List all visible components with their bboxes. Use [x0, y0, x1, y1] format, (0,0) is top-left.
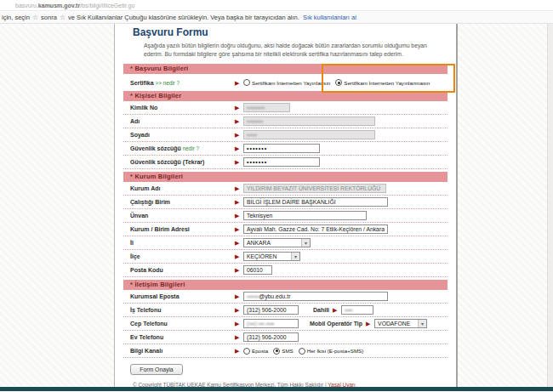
required-arrow-icon: ▶ — [235, 226, 243, 232]
posta-kodu-label: Posta Kodu — [130, 267, 235, 273]
guvenlik-label-text: Güvenlik sözcüğü — [130, 145, 181, 151]
guvenlik-password-input[interactable]: ••••••• — [243, 144, 320, 153]
bottom-accent-bar — [0, 387, 553, 391]
il-select-value: ANKARA — [247, 240, 271, 246]
adi-value: •••••••• — [247, 118, 263, 124]
is-telefonu-input[interactable]: (312) 906-2000 — [243, 305, 299, 315]
star-icon: ☆ — [60, 14, 66, 21]
ev-telefonu-label: Ev Telefonu — [130, 334, 235, 340]
eposta-label: Kurumsal Eposta — [130, 293, 235, 299]
guvenlik-nedir-link[interactable]: nedir ? — [183, 145, 199, 151]
form-row-kimlik-no: Kimlik No ▶ ••••••••• — [123, 101, 448, 115]
required-arrow-icon: ▶ — [235, 80, 243, 86]
adi-input: •••••••• — [243, 116, 375, 126]
required-arrow-icon: ▶ — [235, 105, 243, 111]
form-row-soyadi: Soyadı ▶ ••••• — [123, 128, 448, 142]
ev-telefonu-input[interactable]: (312) 906-2000 — [243, 332, 299, 342]
cep-telefonu-input[interactable]: (•••) •••-•••• — [243, 319, 299, 328]
unvan-label: Ünvan — [130, 213, 235, 219]
guvenlik-tekrar-password-input[interactable]: ••••••• — [243, 157, 320, 167]
required-arrow-icon: ▶ — [235, 293, 243, 299]
radio-label: Sertifikam İnternetten Yayınlansın — [252, 80, 330, 86]
adres-input[interactable]: Ayvalı Mah. Gazze Cad. No: 7 Etlik-Keçiö… — [243, 224, 388, 234]
required-arrow-icon: ▶ — [333, 307, 341, 313]
bookmark-hint-text: için, seçin — [2, 14, 30, 21]
required-arrow-icon: ▶ — [235, 145, 243, 151]
url-text-prefix: basvuru. — [15, 3, 38, 9]
form-row-calistigi-birim: Çalıştığı Birim ▶ BİLGİ İŞLEM DAİRE BAŞK… — [123, 196, 448, 209]
form-row-is-telefonu: İş Telefonu ▶ (312) 906-2000 Dahili ▶ ••… — [123, 304, 448, 317]
kurum-adi-value: YILDIRIM BEYAZIT ÜNİVERSİTESİ REKTÖRLÜĞÜ — [247, 185, 380, 191]
radio-option-sms[interactable]: SMS — [273, 348, 293, 355]
section-header-kurum: * Kurum Bilgileri — [123, 172, 448, 182]
unvan-input[interactable]: Teknisyen — [243, 211, 367, 220]
ilce-select[interactable]: KEÇİÖREN ▾ — [243, 252, 300, 261]
password-dots: ••••••• — [247, 159, 267, 165]
kimlik-no-value: ••••••••• — [247, 105, 265, 111]
required-arrow-icon: ▶ — [235, 267, 243, 273]
is-telefonu-label: İş Telefonu — [130, 307, 235, 313]
chevron-down-icon: ▾ — [291, 253, 299, 260]
eposta-redacted-value: •••••• — [247, 293, 259, 299]
form-onayla-button[interactable]: Form Onayla — [130, 364, 183, 375]
il-select[interactable]: ANKARA ▾ — [243, 238, 311, 247]
sertifika-label: Sertifika >> nedir ? — [130, 80, 235, 86]
ev-telefonu-value: (312) 906-2000 — [247, 334, 286, 340]
calistigi-birim-value: BİLGİ İŞLEM DAİRE BAŞKANLIĞI — [247, 199, 336, 205]
calistigi-birim-label: Çalıştığı Birim — [130, 199, 235, 205]
required-arrow-icon: ▶ — [235, 334, 243, 340]
dahili-label: Dahili — [313, 307, 329, 313]
radio-option-yayinlansin[interactable]: Sertifikam İnternetten Yayınlansın — [243, 79, 330, 86]
form-row-kurum-adi: Kurum Adı ▶ YILDIRIM BEYAZIT ÜNİVERSİTES… — [123, 182, 448, 196]
soyadi-label: Soyadı — [130, 132, 235, 138]
dahili-value: •••• — [345, 307, 353, 313]
section-header-iletisim: * İletişim Bilgileri — [123, 280, 448, 290]
calistigi-birim-input[interactable]: BİLGİ İŞLEM DAİRE BAŞKANLIĞI — [243, 197, 388, 207]
radio-unselected-icon — [243, 79, 250, 86]
required-arrow-icon: ▶ — [235, 132, 243, 138]
chevron-down-icon: ▾ — [418, 320, 426, 327]
scrollbar[interactable] — [547, 24, 553, 387]
mobil-operator-label: Mobil Operatör Tip — [310, 321, 362, 327]
bilgi-kanali-label: Bilgi Kanalı — [130, 348, 235, 354]
required-arrow-icon: ▶ — [235, 213, 243, 219]
posta-kodu-input[interactable]: 06010 — [243, 265, 272, 275]
sertifika-label-text: Sertifika — [130, 80, 154, 86]
radio-option-her-ikisi[interactable]: Her İkisi (E-posta+SMS) — [299, 348, 364, 355]
eposta-input[interactable]: ••••••@ybu.edu.tr — [243, 292, 388, 301]
form-row-adi: Adı ▶ •••••••• — [123, 115, 448, 128]
form-row-guvenlik-tekrar: Güvenlik sözcüğü (Tekrar) ▶ ••••••• — [123, 156, 448, 169]
form-row-guvenlik-sozcugu: Güvenlik sözcüğü nedir ? ▶ ••••••• — [123, 142, 448, 156]
form-row-eposta: Kurumsal Eposta ▶ ••••••@ybu.edu.tr — [123, 290, 448, 304]
url-text-path: /bs/bilgi/ilIlceGetir.go — [80, 3, 134, 9]
sertifika-nedir-link[interactable]: >> nedir ? — [156, 80, 180, 86]
mobil-operator-value: VODAFONE — [378, 321, 410, 327]
radio-label: Her İkisi (E-posta+SMS) — [307, 348, 364, 354]
import-bookmarks-link[interactable]: Sık kullanılanları al — [303, 14, 356, 21]
form-row-il: İl ▶ ANKARA ▾ — [123, 236, 448, 250]
radio-option-eposta[interactable]: Eposta — [243, 348, 268, 355]
form-row-bilgi-kanali: Bilgi Kanalı ▶ Eposta SMS Her İkisi (E-p… — [123, 344, 448, 358]
bookmark-hint-text: ve Sık Kullanılanlar Çubuğu klasörüne sü… — [68, 14, 299, 21]
kurum-adi-input: YILDIRIM BEYAZIT ÜNİVERSİTESİ REKTÖRLÜĞÜ — [243, 184, 386, 193]
url-text-domain: kamusm.gov.tr — [38, 3, 80, 9]
eposta-domain-value: @ybu.edu.tr — [259, 293, 290, 299]
form-row-ilce: İlçe ▶ KEÇİÖREN ▾ — [123, 250, 448, 264]
form-row-unvan: Ünvan ▶ Teknisyen — [123, 209, 448, 223]
mobil-operator-select[interactable]: VODAFONE ▾ — [374, 319, 427, 328]
required-arrow-icon: ▶ — [235, 321, 243, 327]
radio-label: SMS — [282, 348, 293, 354]
radio-unselected-icon — [299, 348, 305, 355]
kurum-adi-label: Kurum Adı — [130, 185, 235, 191]
dahili-input[interactable]: •••• — [341, 305, 373, 315]
browser-url-bar[interactable]: basvuru.kamusm.gov.tr/bs/bilgi/ilIlceGet… — [0, 0, 553, 11]
required-arrow-icon: ▶ — [235, 118, 243, 124]
soyadi-value: ••••• — [247, 132, 257, 138]
form-panel: Başvuru Formu Aşağıda yazılı bütün bilgi… — [114, 24, 458, 387]
adres-label: Kurum / Birim Adresi — [130, 226, 235, 232]
ilce-select-value: KEÇİÖREN — [247, 253, 277, 259]
required-arrow-icon: ▶ — [235, 348, 243, 354]
ilce-label: İlçe — [130, 253, 235, 259]
form-intro-text: Aşağıda yazılı bütün bilgilerin doğru ol… — [144, 42, 447, 59]
radio-selected-icon — [273, 348, 280, 355]
